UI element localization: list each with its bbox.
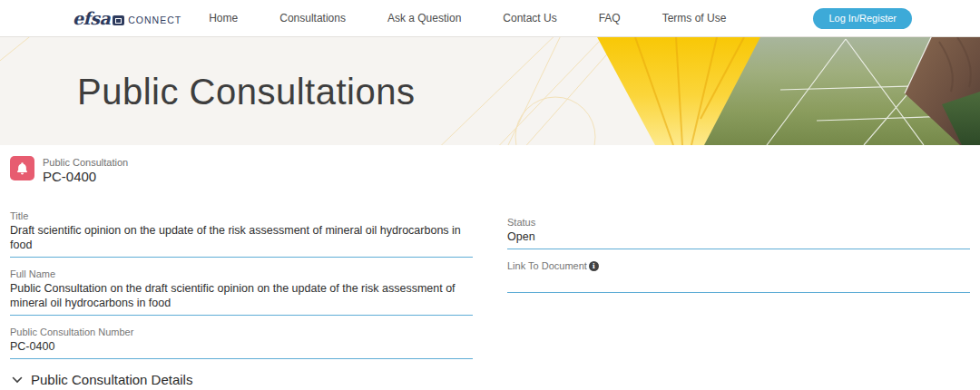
page-title: Public Consultations <box>77 71 415 112</box>
field-link-to-document: Link To Document i <box>507 259 970 293</box>
field-full-name-label: Full Name <box>10 268 473 280</box>
nav-item-terms-of-use[interactable]: Terms of Use <box>662 12 727 24</box>
hero-banner: Public Consultations <box>0 37 980 145</box>
bell-icon <box>10 156 34 180</box>
chevron-down-icon[interactable] <box>12 376 23 384</box>
field-title: Title Draft scientific opinion on the up… <box>10 210 473 258</box>
field-pc-number-value: PC-0400 <box>10 339 473 354</box>
nav-item-consultations[interactable]: Consultations <box>279 12 346 24</box>
field-status: Status Open <box>507 210 970 249</box>
main-nav: Home Consultations Ask a Question Contac… <box>209 12 726 24</box>
fields-column-right: Status Open Link To Document i <box>507 210 970 369</box>
nav-item-contact-us[interactable]: Contact Us <box>503 12 556 24</box>
fields-column-left: Title Draft scientific opinion on the up… <box>10 210 473 369</box>
record-detail-page: Public Consultation PC-0400 Title Draft … <box>0 145 980 390</box>
field-status-label: Status <box>507 216 970 229</box>
record-fields-top: Title Draft scientific opinion on the up… <box>10 210 970 369</box>
field-full-name: Full Name Public Consultation on the dra… <box>10 268 473 316</box>
field-status-value: Open <box>507 229 970 244</box>
record-meta: Public Consultation PC-0400 <box>43 156 128 185</box>
efsa-logo-mark-icon <box>113 15 124 25</box>
top-navbar: efsa CONNECT Home Consultations Ask a Qu… <box>0 0 980 37</box>
record-id: PC-0400 <box>43 169 128 185</box>
field-pc-number-label: Public Consultation Number <box>10 326 473 338</box>
field-title-value: Draft scientific opinion on the update o… <box>10 223 473 252</box>
logo-connect-text: CONNECT <box>128 15 181 25</box>
field-link-to-document-label: Link To Document i <box>507 259 970 272</box>
info-icon[interactable]: i <box>589 261 599 271</box>
nav-item-home[interactable]: Home <box>209 12 238 24</box>
nav-item-faq[interactable]: FAQ <box>599 12 621 24</box>
record-type-label: Public Consultation <box>43 156 128 169</box>
field-link-to-document-value <box>507 273 970 288</box>
field-title-label: Title <box>10 210 473 222</box>
logo-efsa-text: efsa <box>73 8 110 28</box>
field-pc-number: Public Consultation Number PC-0400 <box>10 326 473 359</box>
nav-item-ask-a-question[interactable]: Ask a Question <box>387 12 461 24</box>
section-public-consultation-details[interactable]: Public Consultation Details <box>12 372 970 387</box>
field-full-name-value: Public Consultation on the draft scienti… <box>10 281 473 310</box>
record-header: Public Consultation PC-0400 <box>10 156 970 185</box>
login-register-button[interactable]: Log In/Register <box>813 8 912 29</box>
field-link-to-document-label-text: Link To Document <box>507 259 587 272</box>
section-title: Public Consultation Details <box>31 372 192 387</box>
efsa-connect-logo[interactable]: efsa CONNECT <box>73 8 181 28</box>
